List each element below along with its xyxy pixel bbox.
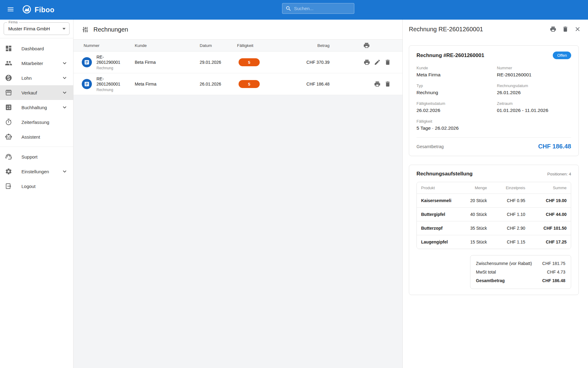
document-icon [84, 59, 90, 65]
app-logo: Fiboo [22, 5, 55, 15]
sidebar-item-lohn[interactable]: Lohn [0, 71, 73, 85]
invoice-type: Rechnung [96, 66, 123, 70]
field-value: RE-2601260001 [497, 72, 571, 78]
detail-print-button[interactable] [549, 25, 557, 33]
detail-delete-button[interactable] [562, 25, 569, 33]
close-icon [574, 26, 581, 33]
items-table: Produkt Menge Einzelpreis Summe Kaiserse… [417, 182, 571, 249]
sidebar-divider [0, 147, 73, 147]
item-product: Laugengipfel [421, 240, 455, 244]
row-print-button[interactable] [363, 59, 371, 66]
detail-close-button[interactable] [574, 25, 581, 33]
print-column-icon[interactable] [363, 42, 370, 49]
field-label: Typ [417, 83, 491, 88]
menu-button[interactable] [4, 4, 17, 16]
invoice-number: RE-2601290001 [96, 55, 120, 65]
invoice-amount: CHF 370.39 [307, 60, 330, 65]
sidebar-item-support[interactable]: Support [0, 149, 73, 164]
field-label: Zeitraum [497, 101, 571, 106]
filter-tune-icon[interactable] [82, 26, 89, 33]
vat-label: MwSt total [476, 270, 547, 274]
grand-total-label: Gesamtbetrag [476, 278, 542, 283]
invoice-summary-card: Rechnung #RE-2601260001 Offen Kunde Meta… [409, 45, 579, 156]
chevron-down-icon [61, 89, 68, 96]
people-icon [5, 59, 12, 67]
item-qty: 40 Stück [455, 212, 487, 217]
pencil-icon [374, 59, 381, 66]
item-row: Buttergipfel 40 Stück CHF 1.10 CHF 44.00 [417, 207, 571, 221]
invoice-number: RE-2601260001 [96, 76, 120, 86]
chevron-down-icon [61, 168, 68, 175]
vat-row: MwSt total CHF 4.73 [476, 268, 565, 276]
sidebar-item-zeiterfassung[interactable]: Zeiterfassung [0, 115, 73, 129]
item-qty: 20 Stück [455, 198, 487, 203]
item-unit-price: CHF 1.10 [487, 212, 525, 217]
search-input[interactable] [294, 6, 351, 11]
column-header-betrag: Betrag [317, 43, 330, 48]
chevron-down-icon [61, 75, 68, 81]
sidebar-item-label: Mitarbeiter [21, 61, 61, 66]
column-header-summe: Summe [525, 186, 567, 190]
sidebar-item-dashboard[interactable]: Dashboard [0, 41, 73, 56]
invoice-avatar [82, 57, 92, 67]
table-row[interactable]: RE-2601260001 Rechnung Meta Firma 26.01.… [74, 73, 402, 95]
grand-total-row: Gesamtbetrag CHF 186.48 [476, 276, 565, 285]
card-title: Rechnung #RE-2601260001 [417, 52, 553, 59]
field-faelligkeitsdatum: Fälligkeitsdatum 26.02.2026 [417, 101, 491, 113]
item-sum: CHF 44.00 [525, 212, 567, 217]
sidebar-item-assistent[interactable]: Assistent [0, 129, 73, 144]
totals-box: Zwischensumme (vor Rabatt) CHF 181.75 Mw… [470, 255, 571, 289]
invoice-number-block: RE-2601260001 Rechnung [96, 76, 123, 92]
sidebar-item-label: Support [21, 154, 68, 159]
field-label: Kunde [417, 66, 491, 70]
field-label: Fälligkeitsdatum [417, 101, 491, 106]
hamburger-icon [7, 6, 14, 14]
invoice-type: Rechnung [96, 87, 123, 92]
column-header-einzelpreis: Einzelpreis [487, 186, 525, 190]
field-value: 26.02.2026 [417, 108, 491, 113]
grand-total-value: CHF 186.48 [542, 278, 565, 283]
item-product: Butterzopf [421, 226, 455, 231]
invoice-number-block: RE-2601290001 Rechnung [96, 55, 123, 70]
invoice-list-panel: Rechnungen Nummer Kunde Datum Fälligkeit… [74, 20, 402, 368]
subtotal-value: CHF 181.75 [542, 261, 565, 266]
row-edit-button[interactable] [374, 59, 381, 66]
calculator-icon [5, 104, 12, 111]
sidebar-item-label: Dashboard [21, 46, 68, 51]
row-print-button[interactable] [374, 80, 381, 88]
printer-icon [374, 81, 381, 87]
sidebar-item-mitarbeiter[interactable]: Mitarbeiter [0, 56, 73, 71]
field-value: 01.01.2026 - 11.01.2026 [497, 108, 571, 113]
money-circle-icon [5, 74, 12, 82]
sidebar-item-einstellungen[interactable]: Einstellungen [0, 164, 73, 179]
due-days-badge: 5 [239, 80, 260, 88]
sidebar-item-buchhaltung[interactable]: Buchhaltung [0, 100, 73, 115]
company-select-value: Muster Firma GmbH [8, 26, 62, 31]
column-header-menge: Menge [455, 186, 487, 190]
item-unit-price: CHF 2.90 [487, 226, 525, 231]
sidebar-item-logout[interactable]: Logout [0, 179, 73, 194]
sidebar-item-label: Verkauf [21, 90, 61, 95]
field-faelligkeit: Fälligkeit 5 Tage · 26.02.2026 [417, 119, 491, 131]
trash-icon [562, 26, 569, 33]
table-row[interactable]: RE-2601290001 Rechnung Beta Firma 29.01.… [74, 52, 402, 73]
invoice-items-card: Rechnungsaufstellung Positionen: 4 Produ… [409, 165, 579, 295]
column-header-datum: Datum [200, 43, 212, 48]
due-days-badge: 5 [239, 58, 260, 66]
row-delete-button[interactable] [384, 59, 391, 66]
printer-icon [364, 59, 370, 66]
subtotal-label: Zwischensumme (vor Rabatt) [476, 261, 542, 266]
list-header-row: Nummer Kunde Datum Fälligkeit Betrag [74, 39, 402, 52]
brand-name: Fiboo [35, 6, 55, 14]
search-bar[interactable] [282, 3, 354, 14]
sidebar-item-verkauf[interactable]: Verkauf [0, 85, 73, 100]
invoice-detail-panel: Rechnung RE-2601260001 Rechnung #RE-2601… [402, 20, 588, 368]
sidebar-item-label: Assistent [21, 134, 68, 140]
row-delete-button[interactable] [384, 80, 391, 88]
field-label: Rechnungsdatum [497, 83, 571, 88]
document-icon [84, 81, 90, 87]
item-qty: 35 Stück [455, 226, 487, 231]
company-select-label: Firma [7, 20, 19, 24]
item-row: Laugengipfel 15 Stück CHF 1.15 CHF 17.25 [417, 235, 571, 249]
company-select[interactable]: Firma Muster Firma GmbH [4, 22, 70, 35]
